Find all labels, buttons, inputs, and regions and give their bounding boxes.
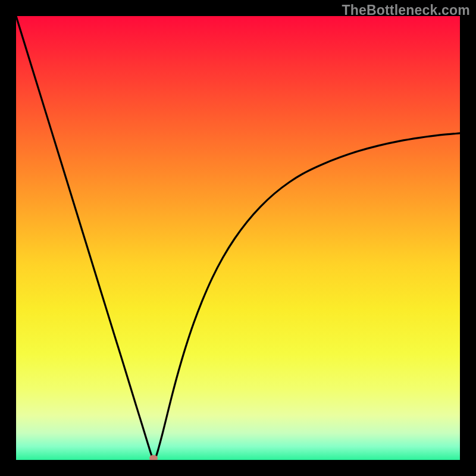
watermark-text: TheBottleneck.com <box>342 2 470 18</box>
optimal-point-marker <box>149 455 158 461</box>
bottleneck-curve <box>16 16 460 460</box>
chart-plot-area <box>16 16 460 460</box>
